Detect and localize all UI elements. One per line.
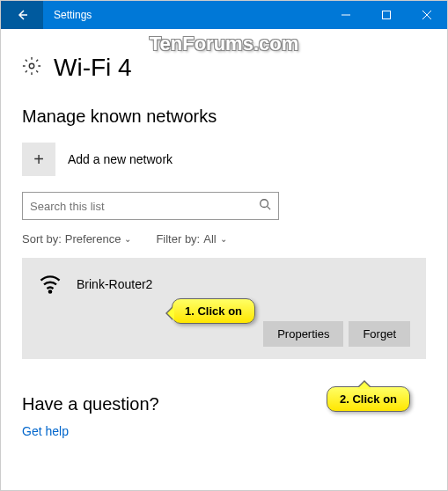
sort-by-dropdown[interactable]: Sort by: Preference ⌄ [22, 232, 131, 246]
network-actions: Properties Forget [38, 321, 410, 347]
chevron-down-icon: ⌄ [124, 234, 131, 244]
forget-button[interactable]: Forget [349, 321, 410, 347]
annotation-callout-2: 2. Click on [327, 386, 410, 412]
maximize-icon [382, 11, 391, 19]
plus-icon: + [22, 143, 55, 176]
add-network-label: Add a new network [68, 152, 173, 166]
close-button[interactable] [407, 1, 447, 29]
svg-rect-1 [383, 11, 391, 19]
close-icon [422, 11, 431, 19]
chevron-down-icon: ⌄ [220, 234, 227, 244]
svg-line-6 [268, 207, 271, 210]
filters-row: Sort by: Preference ⌄ Filter by: All ⌄ [22, 232, 426, 246]
svg-point-5 [261, 200, 268, 208]
network-row: Brink-Router2 [38, 270, 410, 298]
sort-value: Preference [65, 232, 121, 246]
svg-point-4 [29, 63, 34, 69]
network-name: Brink-Router2 [77, 277, 152, 291]
sort-label: Sort by: [22, 232, 62, 246]
properties-button[interactable]: Properties [263, 321, 343, 347]
titlebar: Settings [1, 1, 447, 29]
section-title: Manage known networks [22, 106, 426, 127]
window-controls [326, 1, 447, 29]
add-network-button[interactable]: + Add a new network [22, 143, 426, 176]
back-arrow-icon [15, 8, 29, 22]
annotation-callout-1: 1. Click on [172, 298, 255, 324]
page-title: Wi-Fi 4 [54, 54, 132, 82]
maximize-button[interactable] [366, 1, 407, 29]
minimize-icon [342, 11, 350, 19]
filter-value: All [203, 232, 216, 246]
svg-point-7 [49, 290, 51, 292]
filter-by-dropdown[interactable]: Filter by: All ⌄ [156, 232, 226, 246]
minimize-button[interactable] [326, 1, 366, 29]
search-box[interactable] [22, 192, 279, 220]
wifi-icon [38, 270, 62, 298]
search-icon [259, 198, 271, 214]
search-input[interactable] [30, 200, 259, 213]
page-header: Wi-Fi 4 [22, 54, 426, 82]
get-help-link[interactable]: Get help [22, 424, 69, 438]
window-title: Settings [43, 9, 326, 21]
gear-icon [22, 56, 41, 79]
filter-label: Filter by: [156, 232, 200, 246]
back-button[interactable] [1, 1, 43, 29]
